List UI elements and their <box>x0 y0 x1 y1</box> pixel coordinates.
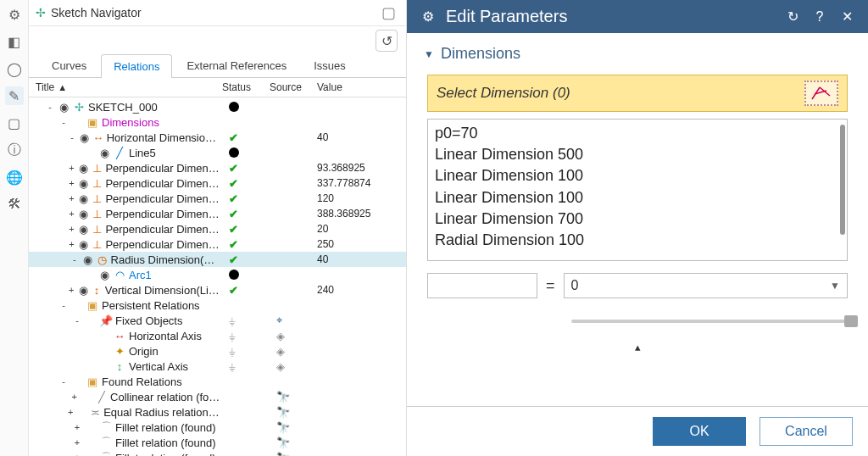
tree-row[interactable]: +◉⊥Perpendicular Dimension(...✔250 <box>29 236 406 252</box>
tree-row[interactable]: ↔Horizontal Axis⏚◈ <box>29 328 406 343</box>
tree-twisty[interactable]: + <box>72 437 82 448</box>
tree-twisty[interactable]: - <box>45 102 55 112</box>
sort-icon[interactable]: ▲ <box>58 82 67 92</box>
collapse-toggle[interactable]: ▴ <box>424 341 851 353</box>
list-item[interactable]: p0=70 <box>435 123 840 144</box>
visibility-icon[interactable]: ◉ <box>78 284 88 297</box>
tree-row[interactable]: +◉⊥Perpendicular Dimension(...✔20 <box>29 221 406 236</box>
cancel-button[interactable]: Cancel <box>760 417 853 446</box>
visibility-icon[interactable]: ◉ <box>79 238 89 251</box>
tree-twisty[interactable]: - <box>58 300 69 310</box>
list-item[interactable]: Linear Dimension 100 <box>435 165 840 186</box>
scrollbar-thumb[interactable] <box>840 125 845 235</box>
tree-twisty[interactable]: + <box>66 407 75 417</box>
tree-row[interactable]: -◉✢SKETCH_000 <box>29 99 406 114</box>
col-title[interactable]: Title <box>36 81 54 93</box>
tree-view[interactable]: -◉✢SKETCH_000-▣Dimensions-◉↔Horizontal D… <box>29 97 406 456</box>
tree-row[interactable]: ◉╱Line5 <box>29 145 406 160</box>
visibility-icon[interactable]: ◉ <box>79 162 89 175</box>
col-source[interactable]: Source <box>270 81 317 93</box>
tree-row[interactable]: -▣Dimensions <box>29 114 406 130</box>
visibility-icon[interactable]: ◉ <box>98 147 110 159</box>
tree-twisty[interactable]: - <box>70 254 79 264</box>
tree-twisty[interactable]: + <box>70 392 79 402</box>
tab-issues[interactable]: Issues <box>301 53 359 77</box>
cube-icon[interactable]: ◧ <box>5 32 24 51</box>
tree-row[interactable]: -📌Fixed Objects⏚⌖ <box>29 313 406 328</box>
visibility-icon[interactable]: ◉ <box>79 177 89 190</box>
param-value-field[interactable]: 0 ▼ <box>564 273 848 298</box>
tab-relations[interactable]: Relations <box>101 54 172 78</box>
sketch-icon[interactable]: ✎ <box>5 86 24 105</box>
pick-dimension-icon[interactable] <box>804 81 838 106</box>
select-dimension-row[interactable]: Select Dimension (0) <box>427 75 848 112</box>
close-icon[interactable]: ✕ <box>837 8 856 26</box>
tree-twisty[interactable]: + <box>67 239 75 249</box>
tree-row[interactable]: -▣Persistent Relations <box>29 298 406 313</box>
value-slider[interactable] <box>427 314 848 329</box>
tree-twisty[interactable]: + <box>67 209 75 219</box>
help-icon[interactable]: ? <box>810 8 829 26</box>
tree-twisty[interactable]: - <box>68 132 76 142</box>
tree-row[interactable]: -◉↔Horizontal Dimension(Lin...✔40 <box>29 130 406 145</box>
dimension-listbox[interactable]: p0=70Linear Dimension 500Linear Dimensio… <box>427 119 848 261</box>
tree-row[interactable]: +⌒Fillet relation (found)🔭 <box>29 435 406 450</box>
tree-twisty[interactable]: + <box>72 422 82 432</box>
tree-twisty[interactable]: + <box>67 163 75 173</box>
tab-external-references[interactable]: External References <box>174 53 299 77</box>
row-icon: ✢ <box>72 101 86 114</box>
tree-row[interactable]: +⌒Fillet relation (found)🔭 <box>29 420 406 435</box>
tree-twisty[interactable]: + <box>67 224 75 234</box>
tab-curves[interactable]: Curves <box>39 53 99 77</box>
tree-twisty[interactable]: + <box>67 178 75 188</box>
tree-twisty[interactable]: + <box>67 193 75 203</box>
visibility-icon[interactable]: ◉ <box>79 208 89 220</box>
list-item[interactable]: Radial Dimension 100 <box>435 230 840 251</box>
col-status[interactable]: Status <box>222 81 270 93</box>
row-status: ⏚ <box>222 314 270 327</box>
tree-twisty[interactable]: - <box>72 315 82 325</box>
visibility-icon[interactable]: ◉ <box>82 253 93 266</box>
list-item[interactable]: Linear Dimension 500 <box>435 144 840 165</box>
col-value[interactable]: Value <box>317 81 406 93</box>
refresh-button[interactable]: ↺ <box>376 30 398 52</box>
tree-twisty[interactable]: - <box>58 376 69 386</box>
tree-twisty[interactable]: - <box>58 117 69 127</box>
chevron-down-icon[interactable]: ▼ <box>830 280 840 292</box>
visibility-icon[interactable]: ◉ <box>79 192 89 205</box>
param-name-input[interactable] <box>427 273 537 298</box>
slider-thumb[interactable] <box>844 315 858 327</box>
tree-twisty[interactable]: + <box>67 285 75 295</box>
info-icon[interactable]: ⓘ <box>5 141 24 159</box>
cylinder-icon[interactable]: ◯ <box>5 59 24 78</box>
tree-row[interactable]: +◉⊥Perpendicular Dimension(...✔93.368925 <box>29 160 406 175</box>
globe-icon[interactable]: 🌐 <box>5 168 24 186</box>
tree-row[interactable]: +⌒Fillet relation (found)🔭 <box>29 450 406 456</box>
tree-row[interactable]: ↕Vertical Axis⏚◈ <box>29 359 406 374</box>
visibility-icon[interactable]: ◉ <box>58 101 70 114</box>
box-icon[interactable]: ▢ <box>5 114 24 132</box>
row-icon: ⊥ <box>92 177 103 190</box>
tree-row[interactable]: +≍Equal Radius relation (found)🔭 <box>29 404 406 420</box>
visibility-icon[interactable]: ◉ <box>98 269 110 281</box>
tree-row[interactable]: +◉⊥Perpendicular Dimension(...✔337.77887… <box>29 175 406 191</box>
visibility-icon[interactable]: ◉ <box>79 131 89 144</box>
tree-row[interactable]: -▣Found Relations <box>29 374 406 389</box>
section-dimensions-header[interactable]: ▼ Dimensions <box>424 45 851 63</box>
gear-icon[interactable]: ⚙ <box>5 5 24 24</box>
list-item[interactable]: Linear Dimension 700 <box>435 209 840 230</box>
tree-row[interactable]: ✦Origin⏚◈ <box>29 343 406 359</box>
panel-dock-button[interactable]: ▢ <box>378 3 399 22</box>
tree-row[interactable]: +◉↕Vertical Dimension(Line6 (...✔240 <box>29 282 406 298</box>
tree-row[interactable]: +◉⊥Perpendicular Dimension(...✔120 <box>29 191 406 206</box>
tree-row[interactable]: +╱Collinear relation (found)🔭 <box>29 389 406 404</box>
tree-row[interactable]: +◉⊥Perpendicular Dimension(...✔388.36892… <box>29 206 406 221</box>
visibility-icon[interactable]: ◉ <box>79 223 89 236</box>
list-item[interactable]: Linear Dimension 100 <box>435 187 840 209</box>
tools-icon[interactable]: 🛠 <box>5 195 24 214</box>
ok-button[interactable]: OK <box>653 417 746 446</box>
tree-row[interactable]: ◉◠Arc1 <box>29 267 406 282</box>
tree-twisty[interactable]: + <box>72 453 82 456</box>
reset-icon[interactable]: ↻ <box>783 8 802 26</box>
tree-row[interactable]: -◉◷Radius Dimension(Arc1)✔40 <box>29 252 406 267</box>
